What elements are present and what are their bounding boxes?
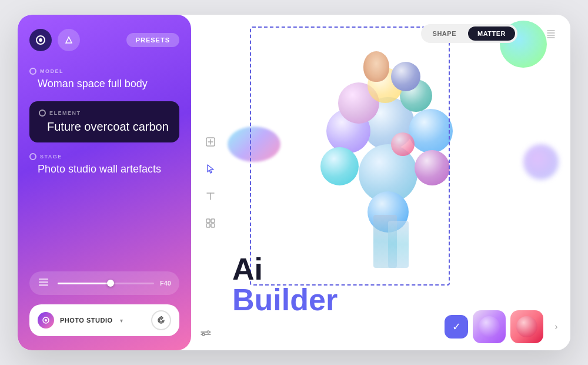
app-container: PRESETS MODEL Woman space full body ELEM… [18, 15, 570, 350]
svg-rect-15 [211, 224, 215, 227]
bottom-thumbnails: ✓ › [445, 310, 564, 343]
figure-legs-2 [388, 221, 409, 268]
model-label: MODEL [29, 68, 179, 75]
ai-text: Ai [232, 254, 338, 284]
sphere-right-1 [409, 109, 453, 153]
element-value: Future overcoat carbon [39, 119, 170, 134]
person-head [363, 51, 389, 82]
thumbnail-1[interactable] [473, 310, 506, 343]
decorative-sphere-mid [523, 144, 559, 180]
shape-button[interactable]: SHAPE [423, 26, 466, 41]
select-tool-button[interactable] [201, 159, 220, 179]
sphere-left-2 [320, 147, 359, 185]
refresh-button[interactable] [151, 310, 171, 330]
layers-icon [38, 276, 52, 290]
element-label: ELEMENT [39, 110, 170, 117]
logo-button[interactable] [29, 29, 52, 51]
svg-point-1 [39, 38, 42, 42]
stage-label: STAGE [29, 153, 179, 160]
bottom-bar: PHOTO STUDIO ▾ [29, 304, 179, 336]
grid-tool-button[interactable] [201, 213, 220, 233]
decorative-blob-left [228, 127, 280, 162]
matter-button[interactable]: MATTER [468, 26, 515, 41]
photo-studio-label: PHOTO STUDIO [60, 317, 113, 324]
slider-fill [58, 283, 111, 284]
chevron-down-icon: ▾ [120, 317, 123, 324]
slider-row: F40 [29, 271, 179, 295]
svg-rect-14 [206, 224, 210, 227]
svg-rect-13 [211, 219, 215, 223]
svg-point-6 [45, 319, 47, 321]
sphere-cluster [297, 50, 473, 268]
main-area: SHAPE MATTER Ai Builder ✓ [191, 15, 570, 350]
left-toolbar [201, 132, 220, 233]
shape-matter-toggle: SHAPE MATTER [421, 24, 517, 43]
ai-builder-text: Ai Builder [232, 254, 338, 315]
photo-studio-icon [38, 312, 54, 328]
next-button[interactable]: › [548, 318, 564, 335]
sphere-small-1 [391, 132, 415, 156]
presets-button[interactable]: PRESETS [126, 33, 179, 47]
grid-icon-button[interactable] [542, 25, 560, 43]
element-box: ELEMENT Future overcoat carbon [29, 101, 179, 142]
sidebar-top-bar: PRESETS [29, 29, 179, 51]
builder-text: Builder [232, 284, 338, 315]
slider-section: F40 [29, 271, 179, 295]
sidebar: PRESETS MODEL Woman space full body ELEM… [18, 15, 191, 350]
stage-value: Photo studio wall artefacts [29, 162, 179, 176]
svg-rect-2 [39, 278, 48, 280]
svg-rect-12 [206, 219, 210, 223]
slider-value: F40 [160, 280, 171, 287]
svg-rect-4 [39, 284, 48, 286]
svg-rect-3 [39, 281, 48, 283]
sphere-right-2 [415, 150, 450, 185]
shape-icon-button[interactable] [58, 29, 80, 51]
slider-track[interactable] [58, 283, 154, 284]
model-value: Woman space full body [29, 77, 179, 91]
slider-thumb [107, 280, 114, 287]
sphere-top-2 [391, 62, 420, 91]
add-tool-button[interactable] [201, 132, 220, 152]
text-tool-button[interactable] [201, 186, 220, 206]
thumbnail-2[interactable] [510, 310, 543, 343]
adjust-icon[interactable] [201, 329, 211, 340]
confirm-button[interactable]: ✓ [445, 315, 468, 339]
